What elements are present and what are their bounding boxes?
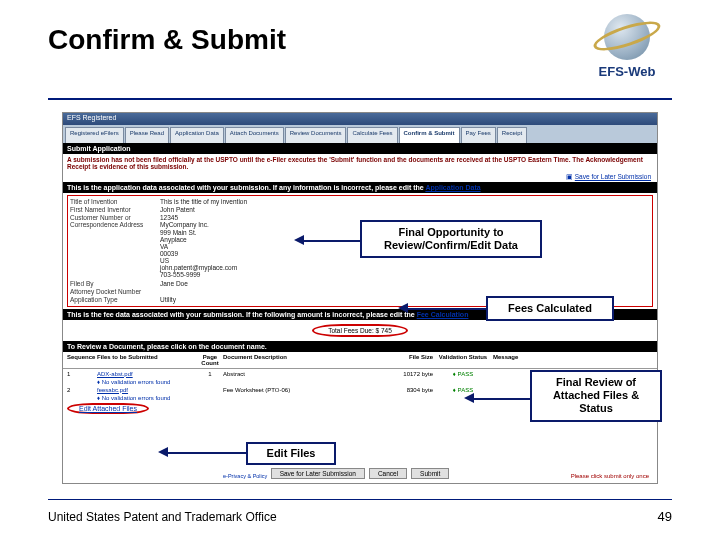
cell-size: 10172 byte — [373, 371, 433, 377]
cell-desc: Fee Worksheet (PTO-06) — [223, 387, 373, 393]
arrow-line — [164, 452, 246, 454]
custno-label: Customer Number or Correspondence Addres… — [70, 214, 160, 278]
arrow-head-icon — [158, 447, 168, 457]
tab-registered[interactable]: Registered eFilers — [65, 127, 124, 143]
submit-heading: Submit Application — [63, 143, 657, 154]
cell-seq: 1 — [67, 371, 97, 377]
cancel-button[interactable]: Cancel — [369, 468, 407, 479]
arrow-head-icon — [464, 393, 474, 403]
fee-msg-text: This is the fee data associated with you… — [67, 311, 417, 318]
tab-calculate-fees[interactable]: Calculate Fees — [347, 127, 397, 143]
tab-pay-fees[interactable]: Pay Fees — [461, 127, 496, 143]
no-err-text: No validation errors found — [102, 395, 171, 401]
save-later-button[interactable]: Save for Later Submission — [271, 468, 365, 479]
save-later-link-top[interactable]: ▣ Save for Later Submission — [63, 172, 657, 182]
col-desc: Document Description — [223, 354, 373, 366]
slide: Confirm & Submit EFS-Web EFS Registered … — [0, 0, 720, 540]
arrow-head-icon — [294, 235, 304, 245]
footer-page: 49 — [658, 509, 672, 524]
cell-count: 1 — [197, 371, 223, 377]
tab-row: Registered eFilers Please Read Applicati… — [63, 125, 657, 143]
filedby-label: Filed By — [70, 280, 160, 287]
tab-please-read[interactable]: Please Read — [125, 127, 169, 143]
submit-once-note: Please click submit only once — [571, 473, 649, 479]
col-file: Files to be Submitted — [97, 354, 197, 366]
review-doc-heading: To Review a Document, please click on th… — [63, 341, 657, 352]
col-val: Validation Status — [433, 354, 493, 366]
tab-receipt[interactable]: Receipt — [497, 127, 527, 143]
filedby-value: Jane Doe — [160, 280, 188, 287]
fee-total-row: Total Fees Due: $ 745 — [67, 324, 653, 337]
arrow-line — [300, 240, 360, 242]
cell-size: 8304 byte — [373, 387, 433, 393]
cell-desc: Abstract — [223, 371, 373, 377]
efs-web-logo: EFS-Web — [582, 14, 672, 86]
submit-button[interactable]: Submit — [411, 468, 449, 479]
cell-seq: 2 — [67, 387, 97, 393]
globe-icon — [604, 14, 650, 60]
custno-value: 12345 MyCompany Inc. 999 Main St. Anypla… — [160, 214, 237, 278]
fee-highlight-oval: Total Fees Due: $ 745 — [312, 324, 408, 337]
save-later-text: Save for Later Submission — [575, 173, 651, 180]
docket-label: Attorney Docket Number — [70, 288, 160, 295]
col-msg: Message — [493, 354, 653, 366]
ring-icon — [591, 16, 664, 57]
assoc-msg-text: This is the application data associated … — [67, 184, 425, 191]
cell-val-text: PASS — [458, 371, 474, 377]
title-value: This is the title of my invention — [160, 198, 247, 205]
callout-edit: Edit Files — [246, 442, 336, 465]
inventor-label: First Named Inventor — [70, 206, 160, 213]
arrow-head-icon — [398, 303, 408, 313]
logo-text: EFS-Web — [582, 64, 672, 79]
cell-val-text: PASS — [458, 387, 474, 393]
inventor-value: John Patent — [160, 206, 195, 213]
callout-files: Final Review of Attached Files & Status — [530, 370, 662, 422]
apptype-value: Utility — [160, 296, 176, 303]
tab-attach-documents[interactable]: Attach Documents — [225, 127, 284, 143]
window-title: EFS Registered — [63, 113, 657, 125]
fee-amount: $ 745 — [376, 327, 392, 334]
fee-label: Total Fees Due: — [328, 327, 374, 334]
no-err-text: No validation errors found — [102, 379, 171, 385]
arrow-line — [470, 398, 530, 400]
cell-file-link[interactable]: ADX-abst.pdf — [97, 371, 197, 377]
title-rule — [48, 98, 672, 100]
cell-val: ♦ PASS — [433, 371, 493, 377]
tab-review-documents[interactable]: Review Documents — [285, 127, 347, 143]
doc-table-header: Sequence Files to be Submitted Page Coun… — [63, 352, 657, 369]
edit-attached-files-link[interactable]: Edit Attached Files — [79, 405, 137, 412]
tab-confirm-submit[interactable]: Confirm & Submit — [399, 127, 460, 143]
cell-count — [197, 387, 223, 393]
col-seq: Sequence — [67, 354, 97, 366]
callout-fees: Fees Calculated — [486, 296, 614, 321]
title-label: Title of Invention — [70, 198, 160, 205]
footer-rule — [48, 499, 672, 500]
disk-icon: ▣ — [566, 173, 573, 180]
col-count: Page Count — [197, 354, 223, 366]
arrow-line — [404, 308, 486, 310]
tab-application-data[interactable]: Application Data — [170, 127, 224, 143]
submit-warning: A submission has not been filed official… — [63, 154, 657, 172]
assoc-data-heading: This is the application data associated … — [63, 182, 657, 193]
cell-file-link[interactable]: feesabc.pdf — [97, 387, 197, 393]
fee-msg-link[interactable]: Fee Calculation — [417, 311, 469, 318]
footer-org: United States Patent and Trademark Offic… — [48, 510, 277, 524]
bottom-button-row: Save for Later Submission Cancel Submit — [63, 468, 657, 479]
apptype-label: Application Type — [70, 296, 160, 303]
edit-highlight-oval: Edit Attached Files — [67, 403, 149, 414]
cell-val: ♦ PASS — [433, 387, 493, 393]
assoc-msg-link[interactable]: Application Data — [425, 184, 480, 191]
slide-title: Confirm & Submit — [48, 24, 286, 56]
callout-review-data: Final Opportunity to Review/Confirm/Edit… — [360, 220, 542, 258]
col-size: File Size — [373, 354, 433, 366]
